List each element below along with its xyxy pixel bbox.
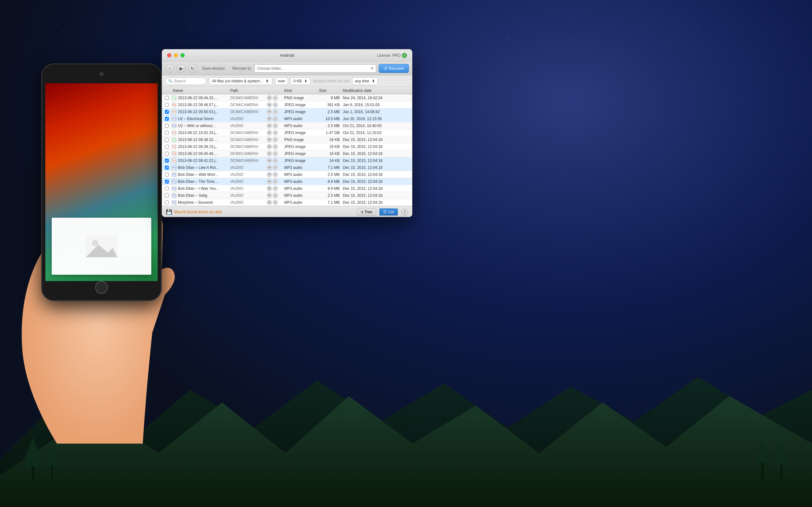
- row-checkbox[interactable]: [162, 103, 171, 107]
- save-session-button[interactable]: Save session: [200, 65, 227, 72]
- row-preview-icon[interactable]: 👁: [267, 200, 272, 205]
- row-info-icon[interactable]: #: [273, 179, 278, 184]
- recover-button[interactable]: ↺ Recover: [379, 64, 409, 73]
- row-info-icon[interactable]: #: [273, 158, 278, 163]
- row-path: /AUDIO: [230, 193, 267, 198]
- table-row[interactable]: MP3 U2 – Electrical Storm /AUDIO 👁 # MP3…: [162, 115, 412, 122]
- row-checkbox[interactable]: [162, 166, 171, 170]
- row-size: 16 KB: [319, 137, 343, 142]
- table-row[interactable]: JPG 2013-06-22 09.50.53.j... DCIM/CAMERA…: [162, 108, 412, 115]
- row-kind: PNG image: [284, 137, 319, 142]
- table-row[interactable]: MP3 Bob Dilan – Like A Rol... /AUDIO 👁 #…: [162, 164, 412, 171]
- row-actions: 👁 #: [267, 186, 284, 191]
- folder-input-text: Choose folder...: [257, 66, 284, 71]
- row-preview-icon[interactable]: 👁: [267, 193, 272, 198]
- row-kind: MP3 audio: [284, 186, 319, 191]
- time-filter[interactable]: any time ⬍: [352, 77, 378, 85]
- row-info-icon[interactable]: #: [273, 165, 278, 170]
- table-row[interactable]: JPG 2013-06-22 09.40.46.... DCIM/CAMERA/…: [162, 150, 412, 157]
- table-row[interactable]: MP3 U2 – With or without... /AUDIO 👁 # M…: [162, 122, 412, 129]
- row-info-icon[interactable]: #: [273, 109, 278, 114]
- file-type-filter[interactable]: All files (no hidden & system... ⬍: [209, 77, 272, 85]
- row-path: /AUDIO: [230, 179, 267, 184]
- file-type-icon: MP3: [171, 165, 177, 170]
- row-preview-icon[interactable]: 👁: [267, 102, 272, 107]
- row-info-icon[interactable]: #: [273, 172, 278, 177]
- row-checkbox[interactable]: [162, 201, 171, 205]
- row-checkbox[interactable]: [162, 152, 171, 156]
- folder-input[interactable]: Choose folder... ⬍: [254, 64, 376, 72]
- row-checkbox[interactable]: [162, 131, 171, 135]
- minimize-button[interactable]: [174, 53, 178, 57]
- row-info-icon[interactable]: #: [273, 200, 278, 205]
- row-checkbox[interactable]: [162, 124, 171, 128]
- search-box[interactable]: 🔍 Search: [165, 77, 206, 85]
- row-info-icon[interactable]: #: [273, 144, 278, 149]
- row-checkbox[interactable]: [162, 159, 171, 163]
- row-checkbox[interactable]: [162, 180, 171, 183]
- row-info-icon[interactable]: #: [273, 151, 278, 156]
- refresh-button[interactable]: ↻: [188, 64, 197, 73]
- table-row[interactable]: MP3 Bob Dilan – Selig /AUDIO 👁 # MP3 aud…: [162, 192, 412, 199]
- row-info-icon[interactable]: #: [273, 123, 278, 128]
- row-kind: JPEG image: [284, 158, 319, 163]
- row-checkbox[interactable]: [162, 187, 171, 190]
- table-row[interactable]: JPG 2013-06-22 09.46.57.j... DCIM/CAMERA…: [162, 101, 412, 108]
- table-row[interactable]: JPG 2013-06-22 09.39.15.j... DCIM/CAMERA…: [162, 143, 412, 150]
- row-info-icon[interactable]: #: [273, 193, 278, 198]
- tree-view-button[interactable]: ≡ Tree: [357, 208, 376, 216]
- row-checkbox[interactable]: [162, 173, 171, 176]
- table-row[interactable]: JPG 2013-06-22 09.41.02.j... DCIM/CAMERA…: [162, 157, 412, 164]
- maximize-button[interactable]: [181, 53, 185, 57]
- row-preview-icon[interactable]: 👁: [267, 95, 272, 101]
- row-preview-icon[interactable]: 👁: [267, 123, 272, 128]
- row-preview-icon[interactable]: 👁: [267, 144, 272, 149]
- row-date: Oct 21, 2014, 10:40:00: [343, 124, 397, 128]
- row-preview-icon[interactable]: 👁: [267, 116, 272, 121]
- file-type-icon: MP3: [171, 186, 177, 191]
- help-button[interactable]: ?: [401, 209, 408, 216]
- row-size: 2.5 MB: [319, 172, 343, 177]
- row-info-icon[interactable]: #: [273, 116, 278, 121]
- row-preview-icon[interactable]: 👁: [267, 165, 272, 170]
- row-preview-icon[interactable]: 👁: [267, 137, 272, 142]
- table-row[interactable]: MP3 Bob Dilan – I Was You... /AUDIO 👁 # …: [162, 185, 412, 192]
- file-type-icon: JPG: [171, 158, 177, 163]
- row-info-icon[interactable]: #: [273, 137, 278, 142]
- th-path: Path: [230, 89, 267, 93]
- row-checkbox[interactable]: [162, 138, 171, 142]
- back-button[interactable]: ‹: [165, 64, 174, 73]
- row-info-icon[interactable]: #: [273, 102, 278, 107]
- table-row[interactable]: JPG 2013-06-22 10.02.33.j... DCIM/CAMERA…: [162, 129, 412, 136]
- row-preview-icon[interactable]: 👁: [267, 130, 272, 135]
- close-button[interactable]: [167, 53, 171, 57]
- row-date: Dec 15, 2015, 12:04:18: [343, 137, 397, 142]
- row-checkbox[interactable]: [162, 96, 171, 100]
- row-checkbox[interactable]: [162, 110, 171, 114]
- row-checkbox[interactable]: [162, 117, 171, 121]
- row-preview-icon[interactable]: 👁: [267, 151, 272, 156]
- table-row[interactable]: PNG 2013-06-22 09.44.33.... DCIM/CAMERA/…: [162, 95, 412, 101]
- table-row[interactable]: PNG 2013-06-22 09.38.32.... DCIM/CAMERA/…: [162, 136, 412, 143]
- table-row[interactable]: MP3 Bob Dilan – Wild Worl... /AUDIO 👁 # …: [162, 171, 412, 178]
- row-path: DCIM/CAMERA/: [230, 103, 267, 107]
- row-actions: 👁 #: [267, 130, 284, 135]
- file-icon-jpg: JPG: [172, 110, 176, 114]
- table-row[interactable]: MP3 Bob Dilan – The Time... /AUDIO 👁 # M…: [162, 178, 412, 185]
- row-checkbox[interactable]: [162, 145, 171, 149]
- row-preview-icon[interactable]: 👁: [267, 158, 272, 163]
- size-filter[interactable]: 0 KB ⬍: [291, 77, 310, 85]
- row-checkbox[interactable]: [162, 193, 171, 198]
- row-preview-icon[interactable]: 👁: [267, 172, 272, 177]
- row-info-icon[interactable]: #: [273, 186, 278, 191]
- mount-disk-button[interactable]: 💾 Mount found items as disk: [166, 209, 222, 215]
- row-info-icon[interactable]: #: [273, 95, 278, 101]
- row-preview-icon[interactable]: 👁: [267, 179, 272, 184]
- table-row[interactable]: MP3 Morphine – Souvenir /AUDIO 👁 # MP3 a…: [162, 199, 412, 206]
- row-kind: MP3 audio: [284, 165, 319, 170]
- list-view-button[interactable]: ☰ List: [379, 208, 398, 216]
- row-preview-icon[interactable]: 👁: [267, 186, 272, 191]
- row-preview-icon[interactable]: 👁: [267, 109, 272, 114]
- row-info-icon[interactable]: #: [273, 130, 278, 135]
- play-button[interactable]: ▶: [177, 64, 186, 73]
